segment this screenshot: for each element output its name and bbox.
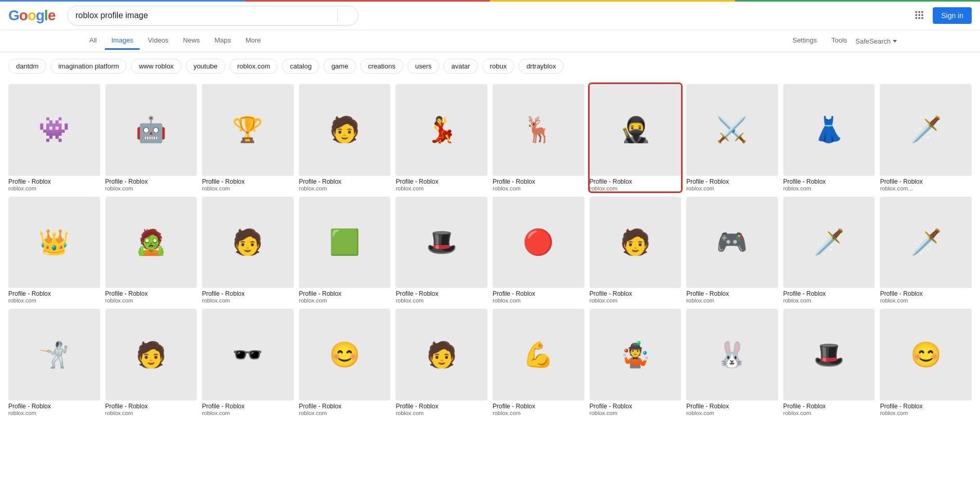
character-figure: 🤺 [38, 342, 70, 367]
image-card-r2-c1[interactable]: 🧑Profile - Robloxroblox.com [105, 309, 197, 416]
safesearch-toggle[interactable]: SafeSearch [855, 37, 897, 45]
chip-youtube[interactable]: youtube [186, 59, 225, 74]
image-thumb: 🏆 [202, 84, 294, 176]
search-submit-button[interactable] [348, 15, 350, 17]
image-card-r1-c1[interactable]: 🧟Profile - Robloxroblox.com [105, 197, 197, 304]
image-card-r1-c2[interactable]: 🧑Profile - Robloxroblox.com [202, 197, 294, 304]
image-card-r2-c6[interactable]: 🤹Profile - Robloxroblox.com [590, 309, 682, 416]
image-card-r1-c7[interactable]: 🎮Profile - Robloxroblox.com [686, 197, 778, 304]
chip-users[interactable]: users [407, 59, 440, 74]
chip-avatar[interactable]: avatar [443, 59, 478, 74]
image-thumb: 🦌 [493, 84, 584, 176]
image-grid: 👾Profile - Robloxroblox.com🤖Profile - Ro… [0, 80, 980, 420]
image-title: Profile - Roblox [105, 403, 197, 410]
image-card-r0-c5[interactable]: 🦌Profile - Robloxroblox.com [493, 84, 584, 191]
image-card-r2-c0[interactable]: 🤺Profile - Robloxroblox.com [8, 309, 100, 416]
image-title: Profile - Roblox [590, 178, 682, 185]
chip-dantdm[interactable]: dantdm [8, 59, 46, 74]
logo-letter-g2: g [36, 7, 44, 23]
voice-search-button[interactable] [342, 15, 344, 17]
image-thumb: 🤺 [8, 309, 100, 401]
tab-settings[interactable]: Settings [786, 32, 823, 50]
image-card-r0-c9[interactable]: 🗡️Profile - Robloxroblox.com... [880, 84, 972, 191]
image-card-r2-c3[interactable]: 😊Profile - Robloxroblox.com [299, 309, 391, 416]
character-figure: 🏆 [232, 117, 263, 142]
image-source: roblox.com [299, 297, 391, 304]
image-thumb: 🕶️ [202, 309, 294, 401]
chip-creations[interactable]: creations [360, 59, 403, 74]
image-thumb: 💃 [396, 84, 487, 176]
image-source: roblox.com [8, 410, 100, 416]
logo-letter-e: e [48, 7, 56, 23]
image-title: Profile - Roblox [686, 403, 778, 410]
sign-in-button[interactable]: Sign in [933, 7, 972, 24]
image-card-r2-c7[interactable]: 🐰Profile - Robloxroblox.com [686, 309, 778, 416]
image-card-r1-c0[interactable]: 👑Profile - Robloxroblox.com [8, 197, 100, 304]
chip-catalog[interactable]: catalog [282, 59, 319, 74]
image-title: Profile - Roblox [686, 178, 778, 185]
tab-maps[interactable]: Maps [208, 32, 237, 50]
image-card-r0-c0[interactable]: 👾Profile - Robloxroblox.com [8, 84, 100, 191]
camera-search-button[interactable] [331, 15, 333, 17]
image-source: roblox.com [783, 185, 875, 191]
character-figure: 🧑 [620, 230, 651, 255]
image-card-r2-c9[interactable]: 😊Profile - Robloxroblox.com [880, 309, 972, 416]
character-figure: 🎮 [716, 230, 747, 255]
image-card-r0-c8[interactable]: 👗Profile - Robloxroblox.com [783, 84, 875, 191]
tab-videos[interactable]: Videos [142, 32, 175, 50]
image-title: Profile - Roblox [299, 403, 391, 410]
grid-icon [914, 10, 924, 20]
svg-rect-11 [919, 14, 920, 16]
image-source: roblox.com [590, 410, 682, 416]
image-thumb: 🧑 [202, 197, 294, 288]
svg-rect-9 [921, 11, 923, 12]
svg-rect-14 [919, 17, 920, 19]
image-card-r1-c8[interactable]: 🗡️Profile - Robloxroblox.com [783, 197, 875, 304]
image-thumb: 😊 [880, 309, 972, 401]
chip-roblox.com[interactable]: roblox.com [229, 59, 278, 74]
image-card-r1-c6[interactable]: 🧑Profile - Robloxroblox.com [590, 197, 682, 304]
image-card-r0-c6[interactable]: 🥷Profile - Robloxroblox.com [590, 84, 682, 191]
image-card-r0-c7[interactable]: ⚔️Profile - Robloxroblox.com [686, 84, 778, 191]
image-source: roblox.com [493, 185, 584, 191]
safesearch-label: SafeSearch [855, 37, 891, 45]
image-card-r1-c4[interactable]: 🎩Profile - Robloxroblox.com [396, 197, 487, 304]
image-source: roblox.com [783, 297, 875, 304]
image-thumb: 🎩 [396, 197, 487, 288]
tab-tools[interactable]: Tools [825, 32, 853, 50]
image-card-r1-c5[interactable]: 🔴Profile - Robloxroblox.com [493, 197, 584, 304]
image-card-r0-c2[interactable]: 🏆Profile - Robloxroblox.com [202, 84, 294, 191]
chip-robux[interactable]: robux [482, 59, 515, 74]
chip-game[interactable]: game [323, 59, 356, 74]
search-input[interactable] [75, 11, 327, 20]
tab-all[interactable]: All [83, 32, 103, 50]
image-card-r0-c4[interactable]: 💃Profile - Robloxroblox.com [396, 84, 487, 191]
chip-imagination-platform[interactable]: imagination platform [50, 59, 127, 74]
image-card-r2-c5[interactable]: 💪Profile - Robloxroblox.com [493, 309, 584, 416]
image-title: Profile - Roblox [880, 290, 972, 297]
image-source: roblox.com [299, 410, 391, 416]
tab-images[interactable]: Images [105, 32, 140, 50]
image-card-r0-c1[interactable]: 🤖Profile - Robloxroblox.com [105, 84, 197, 191]
tab-news[interactable]: News [177, 32, 207, 50]
image-card-r2-c2[interactable]: 🕶️Profile - Robloxroblox.com [202, 309, 294, 416]
character-figure: 💃 [426, 117, 457, 142]
image-card-r1-c9[interactable]: 🗡️Profile - Robloxroblox.com [880, 197, 972, 304]
google-logo[interactable]: Google [8, 7, 55, 24]
image-card-r1-c3[interactable]: 🟩Profile - Robloxroblox.com [299, 197, 391, 304]
image-source: roblox.com [590, 297, 682, 304]
image-card-r2-c8[interactable]: 🎩Profile - Robloxroblox.com [783, 309, 875, 416]
image-source: roblox.com [686, 297, 778, 304]
image-title: Profile - Roblox [299, 290, 391, 297]
image-title: Profile - Roblox [396, 178, 487, 185]
tab-more[interactable]: More [239, 32, 267, 50]
image-title: Profile - Roblox [493, 178, 584, 185]
image-card-r0-c3[interactable]: 🧑Profile - Robloxroblox.com [299, 84, 391, 191]
image-title: Profile - Roblox [493, 290, 584, 297]
image-source: roblox.com [396, 297, 487, 304]
apps-button[interactable] [912, 8, 927, 24]
character-figure: 🧑 [135, 342, 167, 367]
chip-drtrayblox[interactable]: drtrayblox [519, 59, 564, 74]
image-card-r2-c4[interactable]: 🧑Profile - Robloxroblox.com [396, 309, 487, 416]
chip-www-roblox[interactable]: www roblox [131, 59, 181, 74]
